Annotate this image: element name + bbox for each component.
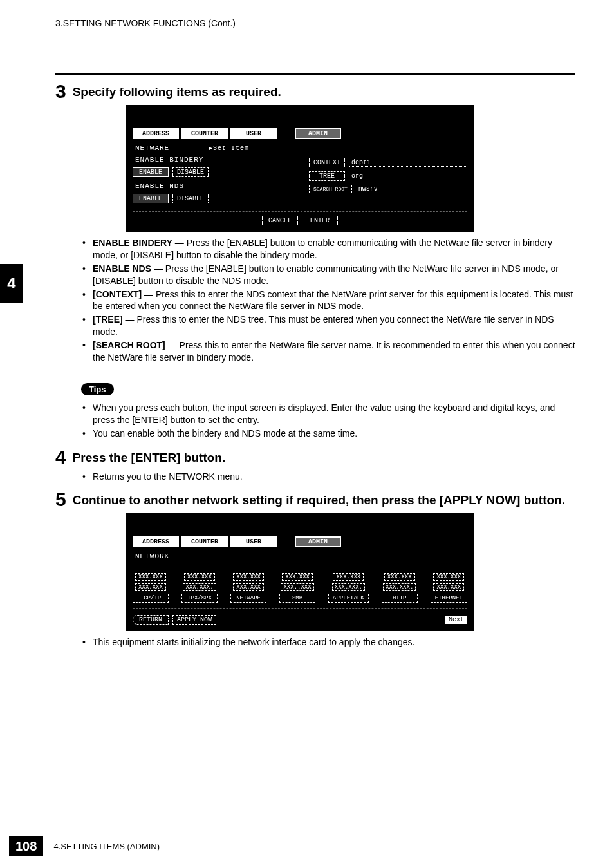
bindery-enable-button[interactable]: ENABLE: [133, 167, 169, 177]
footer-section-title: 4.SETTING ITEMS (ADMIN): [53, 842, 160, 851]
value-box: XXX.XXX: [184, 573, 215, 581]
search-root-button[interactable]: SEARCH ROOT: [309, 185, 352, 193]
page-number: 108: [9, 836, 43, 856]
http-button[interactable]: HTTP: [382, 594, 418, 603]
apply-now-button[interactable]: APPLY NOW: [172, 615, 216, 625]
smb-button[interactable]: SMB: [279, 594, 315, 603]
step-title: Continue to another network setting if r…: [73, 490, 565, 509]
tcp/ip-button[interactable]: TCP/IP: [133, 594, 169, 603]
value-box: XXX.XXX: [233, 583, 264, 591]
tip-2: You can enable both the bindery and NDS …: [81, 428, 575, 440]
value-box: XXX.XXX: [282, 573, 313, 581]
set-item-label: ▶Set Item: [209, 145, 249, 152]
ethernet-button[interactable]: ETHERNET: [431, 594, 467, 603]
network-header: NETWORK: [133, 551, 467, 563]
term-search-root: [SEARCH ROOT]: [93, 340, 165, 350]
term-enable-nds: ENABLE NDS: [93, 263, 151, 274]
desc-enable-nds: — Press the [ENABLE] button to enable co…: [93, 263, 559, 286]
enter-button[interactable]: ENTER: [302, 216, 338, 225]
value-box: XXX.XXX: [384, 573, 415, 581]
step-number: 5: [55, 490, 66, 509]
step-title: Specify following items as required.: [73, 82, 281, 100]
bindery-disable-button[interactable]: DISABLE: [172, 167, 209, 177]
tab-address[interactable]: ADDRESS: [133, 536, 179, 547]
context-button[interactable]: CONTEXT: [309, 158, 345, 167]
enable-bindery-label: ENABLE BINDERY: [133, 155, 291, 166]
step-3: 3 Specify following items as required.: [55, 82, 575, 101]
step3-bullets: ENABLE BINDERY — Press the [ENABLE] butt…: [81, 237, 575, 364]
tree-value: org: [349, 173, 467, 180]
value-box: XXX.XXX: [333, 573, 364, 581]
step5-bullet: This equipment starts initializing the n…: [81, 636, 575, 648]
value-box: XXX..XXX: [281, 583, 313, 591]
nds-enable-button[interactable]: ENABLE: [133, 194, 169, 203]
nds-disable-button[interactable]: DISABLE: [172, 194, 209, 203]
term-tree: [TREE]: [93, 314, 123, 325]
value-box: XXX.XXX: [135, 583, 166, 591]
context-value: dept1: [349, 159, 467, 167]
netware-setitem-screenshot: ADDRESS COUNTER USER ADMIN NETWARE ▶Set …: [126, 105, 474, 232]
tree-button[interactable]: TREE: [309, 171, 345, 181]
value-box: XXX.XXX: [233, 573, 264, 581]
network-column-ipxspx: XXX.XXXXXX.XXX.IPX/SPX: [181, 573, 218, 603]
network-column-tcpip: XXX.XXXXXX.XXXTCP/IP: [133, 573, 169, 603]
running-header: 3.SETTING NETWORK FUNCTIONS (Cont.): [55, 18, 575, 28]
value-box: XXX.XXX: [135, 573, 166, 581]
next-button[interactable]: Next: [445, 616, 467, 624]
desc-search-root: — Press this to enter the NetWare file s…: [93, 340, 575, 363]
step-number: 3: [55, 82, 66, 101]
search-root-value: nwsrv: [356, 185, 467, 193]
desc-context: — Press this to enter the NDS context th…: [93, 289, 573, 312]
return-button[interactable]: RETURN: [133, 615, 169, 625]
tab-counter[interactable]: COUNTER: [181, 128, 228, 139]
tips-bullets: When you press each button, the input sc…: [81, 402, 575, 440]
netware-label: NETWARE: [135, 144, 169, 152]
appletalk-button[interactable]: APPLETALK: [328, 594, 369, 603]
term-enable-bindery: ENABLE BINDERY: [93, 238, 172, 248]
value-box: XXX.XXX: [433, 583, 464, 591]
network-column-netware: XXX.XXXXXX.XXXNETWARE: [230, 573, 266, 603]
cancel-button[interactable]: CANCEL: [262, 216, 298, 225]
term-context: [CONTEXT]: [93, 289, 142, 299]
ipx/spx-button[interactable]: IPX/SPX: [181, 594, 218, 603]
network-column-http: XXX.XXXXXX.XXX.HTTP: [382, 573, 418, 603]
value-box: XXX.XXX.: [383, 583, 416, 591]
tips-badge: Tips: [81, 383, 114, 395]
tab-address[interactable]: ADDRESS: [133, 128, 179, 139]
network-menu-screenshot: ADDRESS COUNTER USER ADMIN NETWORK XXX.X…: [126, 513, 474, 631]
network-column-ethernet: XXX.XXXXXX.XXXETHERNET: [431, 573, 467, 603]
chapter-side-tab: 4: [0, 264, 23, 303]
page-footer: 108 4.SETTING ITEMS (ADMIN): [0, 836, 614, 856]
tab-user[interactable]: USER: [230, 536, 277, 547]
value-box: XXX.XXX.: [183, 583, 216, 591]
enable-nds-label: ENABLE NDS: [133, 181, 291, 193]
tip-1: When you press each button, the input sc…: [81, 402, 575, 426]
desc-tree: — Press this to enter the NDS tree. This…: [93, 314, 554, 337]
step4-bullet: Returns you to the NETWORK menu.: [81, 471, 575, 483]
tab-user[interactable]: USER: [230, 128, 277, 139]
netware-button[interactable]: NETWARE: [230, 594, 266, 603]
step-title: Press the [ENTER] button.: [73, 448, 226, 466]
step-number: 4: [55, 448, 66, 467]
network-column-smb: XXX.XXXXXX..XXXSMB: [279, 573, 315, 603]
tab-counter[interactable]: COUNTER: [181, 536, 228, 547]
tab-admin[interactable]: ADMIN: [295, 536, 341, 547]
value-box: XXX.XXX: [433, 573, 464, 581]
step-4: 4 Press the [ENTER] button.: [55, 448, 575, 467]
step-5: 5 Continue to another network setting if…: [55, 490, 575, 509]
network-column-appletalk: XXX.XXXXXX.XXX.APPLETALK: [328, 573, 369, 603]
section-rule: [55, 73, 575, 75]
tab-admin[interactable]: ADMIN: [295, 128, 341, 139]
value-box: XXX.XXX.: [332, 583, 365, 591]
